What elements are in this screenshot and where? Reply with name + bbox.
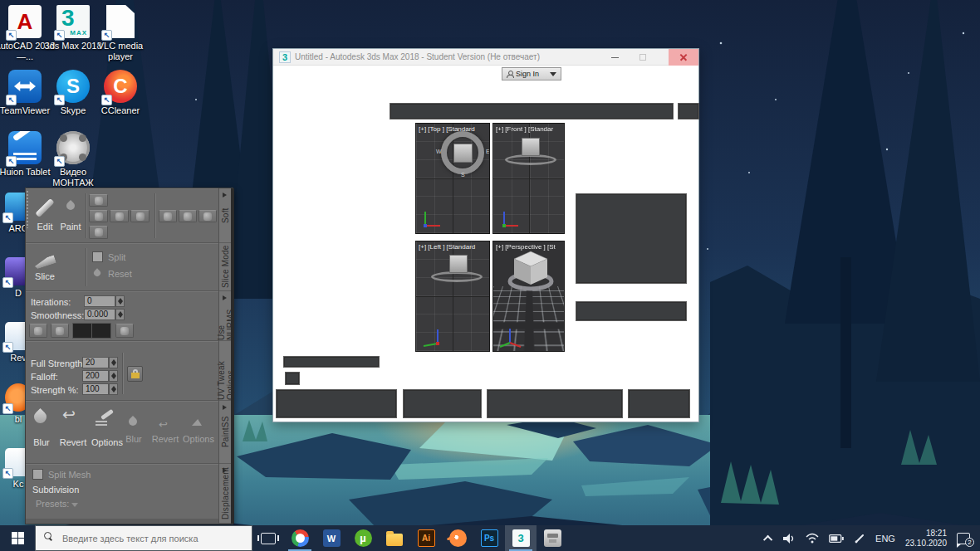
expand-arrow-icon	[223, 405, 227, 410]
search-input[interactable]	[35, 525, 252, 551]
user-icon	[507, 71, 512, 78]
viewport-label[interactable]: [+] [Top ] [Standard	[419, 125, 475, 133]
title-bar[interactable]: 3 Untitled - Autodesk 3ds Max 2018 - Stu…	[273, 49, 698, 66]
pen-settings-button[interactable]	[849, 525, 870, 551]
iterations-field[interactable]: 0	[84, 295, 115, 307]
taskbar-blender[interactable]	[442, 525, 473, 551]
taskbar-illustrator[interactable]: Ai	[410, 525, 442, 551]
clock[interactable]: 18:21 23.10.2020	[900, 525, 952, 551]
viewport-perspective[interactable]: [+] [Perspective ] [St	[492, 241, 565, 352]
nurms-tool-button[interactable]	[29, 324, 47, 338]
chrome-icon	[292, 529, 309, 547]
max-app-icon: 3	[279, 51, 291, 63]
compass-east: E	[486, 149, 490, 154]
paint-button[interactable]: Paint	[57, 222, 84, 232]
freeform-tool-button[interactable]	[89, 194, 108, 207]
viewport-label[interactable]: [+] [Left ] [Standard	[419, 243, 475, 251]
freeform-tool-button[interactable]	[130, 210, 149, 222]
full-strength-field[interactable]: 20	[82, 357, 109, 368]
split-checkbox[interactable]	[92, 251, 103, 262]
viewcube[interactable]	[453, 144, 473, 163]
taskbar-photoshop[interactable]: Ps	[473, 525, 505, 551]
desktop-icon-label: Видео МОНТАЖ	[41, 167, 105, 188]
freeform-tool-button[interactable]	[198, 210, 217, 222]
viewport-label[interactable]: [+] [Front ] [Standar	[496, 125, 553, 133]
shortcut-arrow-icon: ↖	[2, 277, 13, 288]
viewport-front[interactable]: [+] [Front ] [Standar	[492, 123, 565, 234]
strength-pct-field[interactable]: 100	[82, 383, 109, 395]
collapsed-section-strip[interactable]	[26, 519, 218, 524]
desktop-icon-vlc[interactable]: ↖ VLC media player	[88, 5, 153, 62]
task-view-button[interactable]	[252, 525, 284, 551]
nurms-tool-button[interactable]	[115, 324, 134, 338]
slice-button[interactable]: Slice	[32, 271, 57, 281]
split-mesh-checkbox[interactable]	[32, 469, 43, 480]
lock-soft-selection-button[interactable]	[127, 366, 143, 382]
panel-tab-uv-tweak[interactable]: UV Tweak Options	[219, 341, 232, 401]
falloff-spinner[interactable]	[109, 370, 118, 382]
panel-edge	[231, 188, 234, 524]
iterations-spinner[interactable]	[115, 295, 125, 307]
viewport-label[interactable]: [+] [Perspective ] [St	[496, 243, 556, 251]
desktop-icon-video-montage[interactable]: ↖ Видео МОНТАЖ	[41, 131, 105, 188]
volume-button[interactable]	[777, 525, 801, 551]
blur-button[interactable]: Blur	[27, 437, 56, 447]
command-panel-placeholder	[576, 193, 687, 284]
strength-pct-spinner[interactable]	[109, 383, 118, 395]
panel-tab-slice-mode[interactable]: Slice Mode	[219, 243, 232, 291]
blur-small-icon	[129, 417, 137, 426]
nurms-tool-button[interactable]	[51, 324, 69, 338]
taskbar-file-explorer[interactable]	[379, 525, 410, 551]
taskbar-3dsmax[interactable]: 3	[505, 525, 537, 551]
panel-tab-paintss[interactable]: PaintSS	[219, 401, 232, 464]
taskbar-word[interactable]: W	[316, 525, 347, 551]
freeform-tool-button[interactable]	[179, 210, 197, 222]
full-strength-label: Full Strength:	[31, 358, 85, 368]
revert-button[interactable]: Revert	[56, 437, 91, 447]
presets-label: Presets:	[36, 499, 69, 509]
falloff-field[interactable]: 200	[82, 370, 109, 382]
freeform-tool-button[interactable]	[89, 226, 108, 239]
close-button[interactable]	[669, 49, 698, 66]
freeform-tool-button[interactable]	[89, 210, 108, 222]
shortcut-arrow-icon: ↖	[54, 156, 65, 167]
edit-icon	[32, 193, 57, 218]
iterations-label: Iterations:	[31, 297, 71, 307]
network-button[interactable]	[801, 525, 824, 551]
maximize-button[interactable]	[632, 49, 654, 66]
full-strength-spinner[interactable]	[109, 357, 118, 368]
viewport-left[interactable]: [+] [Left ] [Standard	[415, 241, 490, 352]
options-small-button[interactable]: Options	[180, 434, 217, 444]
statusbar-placeholder	[487, 389, 623, 418]
revert-small-button[interactable]: Revert	[149, 434, 182, 444]
sign-in-button[interactable]: Sign In	[502, 67, 561, 80]
chevron-down-icon	[550, 72, 556, 76]
battery-button[interactable]	[824, 525, 849, 551]
language-label: ENG	[875, 534, 895, 544]
blur-small-button[interactable]: Blur	[119, 434, 149, 444]
language-indicator[interactable]: ENG	[870, 525, 900, 551]
taskbar-utorrent[interactable]: µ	[347, 525, 379, 551]
max-3-glyph: 3	[61, 5, 75, 32]
shortcut-arrow-icon: ↖	[6, 30, 17, 41]
freeform-tool-button[interactable]	[110, 210, 129, 222]
action-center-button[interactable]: 2	[952, 525, 980, 551]
blender-icon	[449, 529, 467, 547]
color-swatch[interactable]	[91, 323, 111, 339]
desktop-icon-ccleaner[interactable]: C ↖ CCleaner	[88, 70, 153, 116]
minimize-button[interactable]	[604, 49, 625, 66]
taskbar-app[interactable]	[537, 525, 568, 551]
reset-button[interactable]: Reset	[108, 269, 132, 279]
edit-button[interactable]: Edit	[32, 222, 57, 232]
viewport-top[interactable]: [+] [Top ] [Standard W E S	[415, 123, 490, 234]
color-swatch[interactable]	[72, 323, 92, 339]
presets-dropdown[interactable]: Presets:	[36, 499, 78, 509]
desktop-icon-label: VLC media player	[88, 41, 153, 62]
taskbar-chrome[interactable]	[284, 525, 316, 551]
smoothness-field[interactable]: 0.000	[84, 309, 115, 320]
smoothness-spinner[interactable]	[115, 309, 125, 320]
status-placeholder	[283, 356, 380, 368]
freeform-tool-button[interactable]	[159, 210, 177, 222]
tray-overflow-button[interactable]	[761, 525, 777, 551]
start-button[interactable]	[0, 525, 35, 551]
